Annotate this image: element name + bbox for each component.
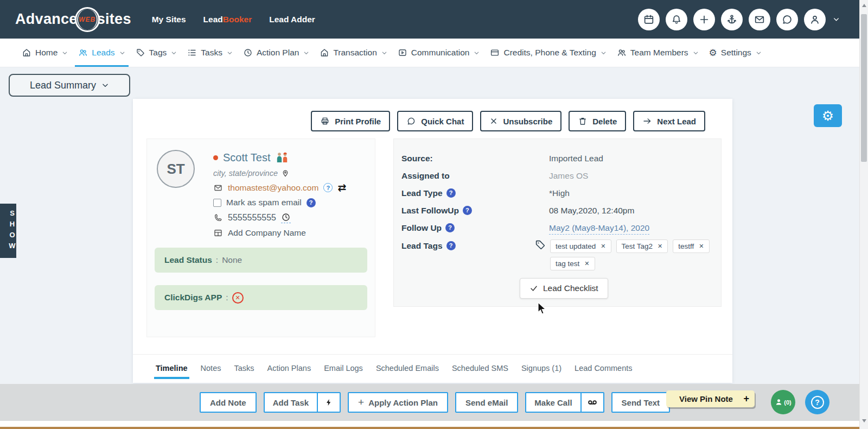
remove-tag-icon[interactable]: ✕ [584,257,589,270]
spam-help-icon[interactable]: ? [307,198,316,207]
remove-tag-icon[interactable]: ✕ [658,240,662,253]
follow-up-help-icon[interactable]: ? [445,223,455,232]
lead-email[interactable]: thomastest@yahoo.com [228,183,318,193]
delete-button[interactable]: Delete [569,111,626,131]
view-pin-note-label: View Pin Note [679,394,733,403]
leadbooker-lead: Lead [203,15,223,24]
lower-strip [0,421,859,427]
top-link-my-sites[interactable]: My Sites [152,15,186,24]
print-profile-button[interactable]: Print Profile [311,111,390,131]
view-pin-note-button[interactable]: View Pin Note + [666,390,755,407]
quick-task-button[interactable] [318,393,340,412]
print-profile-label: Print Profile [335,117,381,126]
tab-signups[interactable]: Signups (1) [521,364,561,379]
plus-icon[interactable]: + [743,393,749,405]
remove-tag-icon[interactable]: ✕ [699,240,704,253]
scroll-down-arrow[interactable] [862,419,866,422]
lead-tags-help-icon[interactable]: ? [446,241,456,250]
anchor-icon [726,14,738,26]
lead-summary-dropdown[interactable]: Lead Summary [9,74,130,97]
notifications-button[interactable] [666,9,687,30]
nav-label: Action Plan [257,48,299,58]
swap-email-icon[interactable]: ⇄ [337,182,346,193]
tab-notes[interactable]: Notes [201,364,221,379]
family-icon[interactable] [275,151,289,164]
tag-chip[interactable]: test updated✕ [550,239,611,253]
tab-email-logs[interactable]: Email Logs [324,364,363,379]
leadbooker-app: Advance WEB sites My Sites LeadBooker Le… [0,0,868,429]
spam-checkbox[interactable] [213,199,221,207]
location-placeholder[interactable]: city, state/province [213,169,278,178]
lead-type-help-icon[interactable]: ? [446,188,456,198]
page-settings-button[interactable]: ⚙ [814,104,842,127]
lead-checklist-label: Lead Checklist [543,283,598,293]
nav-item-team-members[interactable]: Team Members [617,39,699,67]
tab-timeline[interactable]: Timeline [156,364,188,379]
make-call-button[interactable]: Make Call [526,393,581,412]
scroll-up-arrow[interactable] [862,4,866,7]
tab-tasks[interactable]: Tasks [234,364,254,379]
nav-item-communication[interactable]: Communication [398,39,480,67]
tab-scheduled-emails[interactable]: Scheduled Emails [376,364,439,379]
make-call-label: Make Call [534,398,572,407]
top-link-lead-adder[interactable]: Lead Adder [269,15,315,24]
tab-scheduled-sms[interactable]: Scheduled SMS [452,364,508,379]
nav-item-settings[interactable]: ⚙ Settings [709,39,762,67]
close-icon [489,117,498,125]
nav-label: Communication [411,48,470,58]
lead-status-label: Lead Status [164,255,212,265]
help-button[interactable]: ? [805,390,829,414]
chevron-down-icon [601,50,607,56]
lead-checklist-button[interactable]: Lead Checklist [520,278,608,299]
email-button[interactable] [749,9,770,30]
apply-action-plan-button[interactable]: +Apply Action Plan [348,392,448,413]
top-link-leadbooker[interactable]: LeadBooker [203,15,252,24]
vertical-scrollbar[interactable] [859,0,868,429]
add-button[interactable] [693,9,715,30]
chat-button[interactable] [776,9,798,30]
calendar-button[interactable] [638,9,660,30]
show-panel-tab[interactable]: SHOW [0,204,16,258]
nav-item-home[interactable]: Home [22,39,68,67]
tab-action-plans[interactable]: Action Plans [267,364,311,379]
follow-up-value[interactable]: May2 (May8-May14), 2020 [549,222,649,235]
send-email-button[interactable]: Send eMail [455,392,518,413]
voicemail-button[interactable] [582,393,603,412]
online-users-button[interactable]: (0) [771,390,795,414]
last-followup-help-icon[interactable]: ? [463,206,472,215]
nav-item-transaction[interactable]: Transaction [320,39,387,67]
remove-tag-icon[interactable]: ✕ [601,240,605,253]
chevron-down-icon[interactable] [833,16,840,23]
main-nav: Home Leads Tags Tasks Action Plan Transa… [0,39,859,67]
lead-summary-label: Lead Summary [30,80,96,91]
next-lead-button[interactable]: Next Lead [633,111,705,131]
gear-icon: ⚙ [709,48,717,58]
nav-item-leads[interactable]: Leads [78,39,125,67]
send-text-button[interactable]: Send Text [611,392,671,413]
nav-item-tasks[interactable]: Tasks [187,39,233,67]
call-schedule-clock-icon[interactable] [281,212,291,223]
add-company-name-link[interactable]: Add Company Name [228,228,306,238]
lead-phone[interactable]: 5555555555 [228,213,276,223]
tag-chip[interactable]: testff✕ [673,239,709,253]
nav-item-action-plan[interactable]: Action Plan [243,39,309,67]
quick-chat-button[interactable]: Quick Chat [397,111,473,131]
avatar: ST [157,150,195,188]
tab-lead-comments[interactable]: Lead Comments [575,364,632,379]
email-help-icon[interactable]: ? [323,183,333,192]
nav-item-tags[interactable]: Tags [136,39,177,67]
anchor-button[interactable] [721,9,743,30]
scrollbar-thumb[interactable] [861,14,867,162]
clickdigs-disabled-icon[interactable]: ✕ [232,292,244,304]
account-button[interactable] [804,9,826,30]
lead-status-box: Lead Status : None [155,248,367,273]
add-task-button[interactable]: Add Task [265,393,318,412]
users-icon [78,48,88,58]
add-note-button[interactable]: Add Note [200,392,257,413]
location-pin-icon[interactable] [281,169,290,178]
advancewebsites-logo[interactable]: Advance WEB sites [15,7,131,32]
tag-chip[interactable]: tag test✕ [550,257,595,270]
tag-chip[interactable]: Test Tag2✕ [616,239,668,253]
unsubscribe-button[interactable]: Unsubscribe [480,111,561,131]
nav-item-credits-phone-texting[interactable]: Credits, Phone & Texting [490,39,606,67]
